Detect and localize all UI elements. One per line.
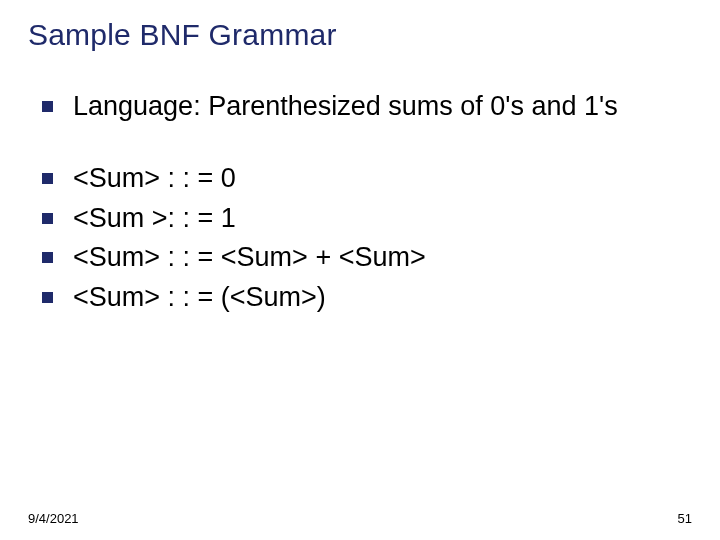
list-item: Language: Parenthesized sums of 0's and … [42, 90, 692, 124]
item-text: <Sum> : : = <Sum> + <Sum> [73, 241, 426, 275]
list-item: <Sum> : : = (<Sum>) [42, 281, 692, 315]
list-item: <Sum >: : = 1 [42, 202, 692, 236]
item-text: <Sum> : : = (<Sum>) [73, 281, 326, 315]
slide: Sample BNF Grammar Language: Parenthesiz… [0, 0, 720, 540]
square-bullet-icon [42, 213, 53, 224]
footer-page-number: 51 [678, 511, 692, 526]
item-text: <Sum> : : = 0 [73, 162, 236, 196]
footer-date: 9/4/2021 [28, 511, 79, 526]
square-bullet-icon [42, 173, 53, 184]
item-text: <Sum >: : = 1 [73, 202, 236, 236]
square-bullet-icon [42, 252, 53, 263]
slide-footer: 9/4/2021 51 [28, 511, 692, 526]
item-text: Language: Parenthesized sums of 0's and … [73, 90, 618, 124]
spacer [42, 130, 692, 162]
square-bullet-icon [42, 101, 53, 112]
list-item: <Sum> : : = 0 [42, 162, 692, 196]
slide-body: Language: Parenthesized sums of 0's and … [28, 90, 692, 315]
slide-title: Sample BNF Grammar [28, 18, 692, 52]
square-bullet-icon [42, 292, 53, 303]
list-item: <Sum> : : = <Sum> + <Sum> [42, 241, 692, 275]
